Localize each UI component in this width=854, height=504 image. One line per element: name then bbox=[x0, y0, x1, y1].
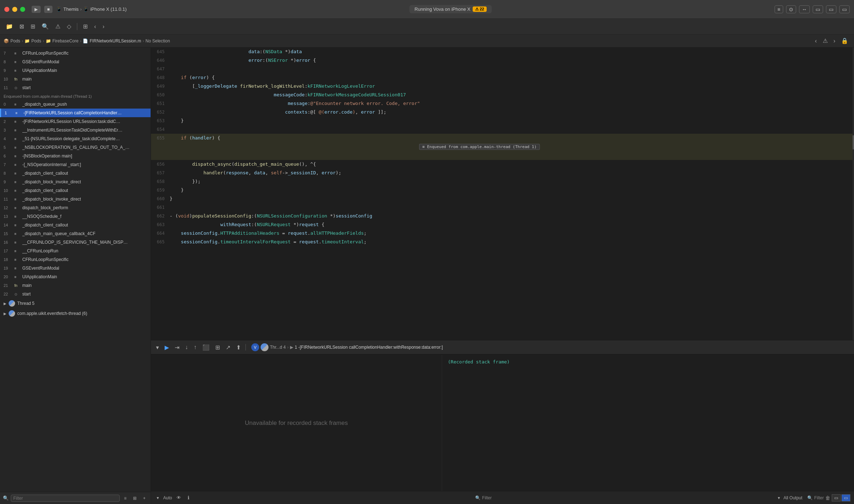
info-btn[interactable]: ℹ bbox=[185, 494, 192, 501]
list-item[interactable]: 13 ≡ __NSOQSchedule_f bbox=[0, 212, 151, 221]
debug-chevron-down[interactable]: ▾ bbox=[154, 343, 161, 352]
debug-jump[interactable]: ↗ bbox=[224, 343, 233, 352]
view-btn-2[interactable]: ▭ bbox=[841, 494, 850, 501]
layout-btn-4[interactable]: ▭ bbox=[813, 5, 823, 13]
trash-button[interactable]: 🗑 bbox=[825, 495, 830, 501]
list-item[interactable]: 6 ≡ -[NSBlockOperation main] bbox=[0, 152, 151, 160]
debug-step-over[interactable]: ⇥ bbox=[173, 343, 182, 352]
sys-icon: ⊙ bbox=[14, 86, 20, 90]
output-chevron[interactable]: ▾ bbox=[776, 494, 782, 502]
code-line: 647 bbox=[151, 65, 854, 73]
search-btn[interactable]: 🔍 bbox=[40, 22, 51, 31]
list-item[interactable]: 11 ≡ _dispatch_block_invoke_direct bbox=[0, 195, 151, 203]
filter-list-btn[interactable]: ≡ bbox=[122, 494, 129, 502]
right-panel: 645 data:(NSData *)data 646 error:(NSErr… bbox=[151, 47, 854, 504]
grid-btn[interactable]: ⊞ bbox=[81, 22, 90, 31]
bookmark-btn[interactable]: ◇ bbox=[65, 22, 73, 31]
debug-v-badge: V bbox=[251, 343, 259, 351]
debug-add-watch[interactable]: ⊞ bbox=[213, 343, 222, 352]
maximize-button[interactable] bbox=[20, 7, 25, 12]
left-filter-bar: 🔍 ≡ ⊞ + bbox=[0, 492, 151, 504]
list-item[interactable]: 12 ≡ dispatch_block_perform bbox=[0, 203, 151, 212]
code-scroll[interactable]: 645 data:(NSData *)data 646 error:(NSErr… bbox=[151, 47, 854, 340]
main-container: 7 ≡ CFRunLoopRunSpecific 8 ≡ GSEventRunM… bbox=[0, 47, 854, 504]
list-item[interactable]: 16 ≡ __CFRUNLOOP_IS_SERVICING_THE_MAIN_D… bbox=[0, 238, 151, 247]
list-item[interactable]: 8 ≡ GSEventRunModal bbox=[0, 58, 151, 66]
back-btn[interactable]: ‹ bbox=[92, 22, 98, 31]
list-item[interactable]: 20 ≡ UIApplicationMain bbox=[0, 272, 151, 281]
layout-btn-2[interactable]: ⊙ bbox=[786, 5, 796, 13]
list-item[interactable]: 7 ≡ CFRunLoopRunSpecific bbox=[0, 49, 151, 58]
debug-toolbar: ▾ ▶ ⇥ ↓ ↑ ⬛ ⊞ ↗ ⬆ V Thr...d 4 › ▶ 1 -[FI… bbox=[151, 340, 854, 354]
list-item[interactable]: 10 ≡ _dispatch_client_callout bbox=[0, 186, 151, 195]
breadcrumb-firebase[interactable]: FirebaseCore bbox=[52, 38, 79, 43]
debug-step-out[interactable]: ↑ bbox=[192, 343, 199, 352]
folder-btn[interactable]: 📁 bbox=[4, 22, 15, 31]
forward-btn[interactable]: › bbox=[100, 22, 106, 31]
view-buttons: ▭ ▭ bbox=[832, 494, 850, 501]
filter-input[interactable] bbox=[11, 495, 120, 502]
layout-btn-5[interactable]: ▭ bbox=[826, 5, 836, 13]
list-item[interactable]: 3 ≡ __InstrumentURLSessionTaskDidComplet… bbox=[0, 126, 151, 134]
list-item[interactable]: 9 ≡ UIApplicationMain bbox=[0, 66, 151, 75]
eye-btn[interactable]: 👁 bbox=[174, 494, 183, 501]
breadcrumb-warning[interactable]: ⚠ bbox=[821, 36, 830, 46]
filter-add-btn[interactable]: + bbox=[141, 494, 148, 502]
output-label: All Output bbox=[784, 495, 803, 500]
minimize-button[interactable] bbox=[12, 7, 17, 12]
code-line: 663 withRequest:(NSURLRequest *)request … bbox=[151, 220, 854, 229]
list-item[interactable]: 15 ≡ _dispatch_main_queue_callback_4CF bbox=[0, 229, 151, 238]
layout-btn-6[interactable]: ▭ bbox=[839, 5, 850, 13]
stop-button[interactable]: ■ bbox=[44, 6, 52, 13]
debug-unavailable: Unavailable for recorded stack frames bbox=[151, 355, 442, 491]
fn-icon: fn bbox=[14, 77, 20, 81]
layout-btn-1[interactable]: ≡ bbox=[775, 5, 783, 13]
filter-grid-btn[interactable]: ⊞ bbox=[131, 494, 139, 502]
debug-breakpoint[interactable]: ⬛ bbox=[200, 343, 212, 352]
list-item[interactable]: 9 ≡ _dispatch_block_invoke_direct bbox=[0, 178, 151, 186]
list-item[interactable]: 21 fn main bbox=[0, 281, 151, 290]
scrollbar-thumb[interactable] bbox=[853, 135, 854, 150]
list-item[interactable]: 14 ≡ _dispatch_client_callout bbox=[0, 221, 151, 229]
list-item[interactable]: 5 ≡ _NSBLOCKOPERATION_IS_CALLING_OUT_TO_… bbox=[0, 143, 151, 152]
list-item[interactable]: 11 ⊙ start bbox=[0, 83, 151, 92]
list-item[interactable]: 0 ≡ _dispatch_queue_push bbox=[0, 100, 151, 109]
warning-btn[interactable]: ⚠ bbox=[53, 22, 63, 31]
list-item[interactable]: 17 ≡ __CFRunLoopRun bbox=[0, 247, 151, 255]
debug-continue[interactable]: ▶ bbox=[162, 343, 171, 352]
close-button[interactable] bbox=[4, 7, 9, 12]
source-btn[interactable]: ⊠ bbox=[17, 22, 26, 31]
code-line: 651 message:@"Encounter network error. C… bbox=[151, 99, 854, 108]
debug-share[interactable]: ⬆ bbox=[234, 343, 243, 352]
list-item[interactable]: 4 ≡ _51-[NSURLSession delegate_task:didC… bbox=[0, 134, 151, 143]
list-item[interactable]: 2 ≡ -[FIRNetworkURLSession URLSession:ta… bbox=[0, 117, 151, 126]
breadcrumb-forward[interactable]: › bbox=[831, 36, 837, 46]
list-item[interactable]: 7 ≡ -[_NSOperationInternal _start:] bbox=[0, 160, 151, 169]
filter-icon-2: 🔍 bbox=[475, 495, 481, 500]
code-line: 648 if (error) { bbox=[151, 73, 854, 82]
debug-step-into[interactable]: ↓ bbox=[183, 343, 190, 352]
auto-chevron[interactable]: ▾ bbox=[155, 494, 161, 502]
breadcrumb-pods2[interactable]: Pods bbox=[31, 38, 41, 43]
breadcrumb-pods1[interactable]: Pods bbox=[10, 38, 20, 43]
toolbar: 📁 ⊠ ⊞ 🔍 ⚠ ◇ ⊞ ‹ › bbox=[0, 19, 854, 35]
layout-btn-3[interactable]: ↔ bbox=[799, 5, 810, 13]
list-item[interactable]: 19 ≡ GSEventRunModal bbox=[0, 264, 151, 272]
list-item-selected[interactable]: 1 ≡ -[FIRNetworkURLSession callCompletio… bbox=[0, 109, 151, 117]
fn-icon: fn bbox=[14, 284, 20, 288]
play-button[interactable]: ▶ bbox=[32, 6, 41, 13]
list-item[interactable]: 22 ⊙ start bbox=[0, 290, 151, 298]
thread6-icon bbox=[9, 310, 15, 317]
thread5-item[interactable]: ▶ Thread 5 bbox=[0, 298, 151, 308]
list-item[interactable]: 18 ≡ CFRunLoopRunSpecific bbox=[0, 255, 151, 264]
breadcrumb-lock[interactable]: 🔒 bbox=[839, 36, 850, 46]
list-item[interactable]: 10 fn main bbox=[0, 75, 151, 83]
list-item[interactable]: 8 ≡ _dispatch_client_callout bbox=[0, 169, 151, 178]
scrollbar-track[interactable] bbox=[853, 47, 854, 340]
breadcrumb-file[interactable]: FIRNetworkURLSession.m bbox=[89, 38, 141, 43]
breadcrumb-back[interactable]: ‹ bbox=[813, 36, 819, 46]
hierarchy-btn[interactable]: ⊞ bbox=[28, 22, 37, 31]
view-btn-1[interactable]: ▭ bbox=[832, 494, 841, 501]
thread6-item[interactable]: ▶ com.apple.uikit.eventfetch-thread (6) bbox=[0, 308, 151, 319]
breadcrumb-selection[interactable]: No Selection bbox=[146, 38, 170, 43]
